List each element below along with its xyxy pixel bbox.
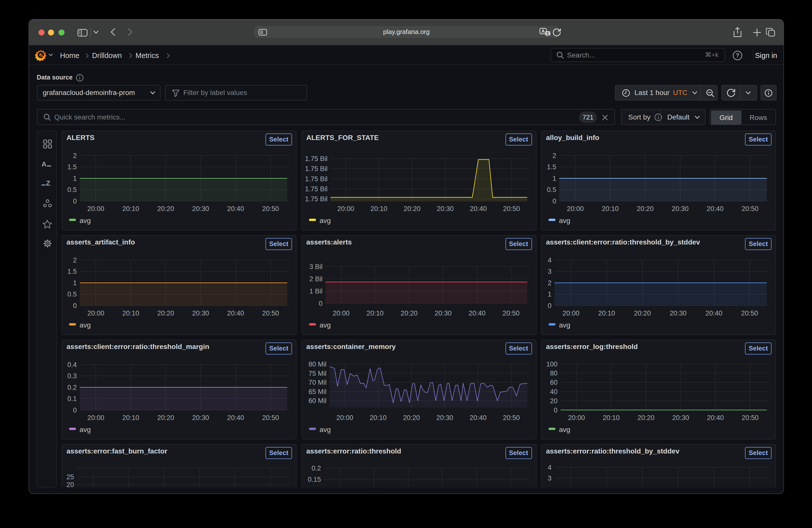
svg-text:1.75 Bil: 1.75 Bil <box>305 195 327 203</box>
svg-text:20:00: 20:00 <box>87 414 104 421</box>
svg-text:3: 3 <box>548 267 551 275</box>
svg-text:2: 2 <box>73 256 77 264</box>
svg-text:20:30: 20:30 <box>435 309 451 317</box>
svg-text:80: 80 <box>550 369 557 377</box>
svg-text:20:10: 20:10 <box>598 309 615 317</box>
svg-text:20:20: 20:20 <box>157 309 174 317</box>
svg-text:20:20: 20:20 <box>403 205 420 212</box>
svg-text:40: 40 <box>550 388 557 395</box>
svg-text:3 Bil: 3 Bil <box>309 263 322 270</box>
svg-text:80 Mil: 80 Mil <box>308 360 326 368</box>
svg-text:20:00: 20:00 <box>568 414 585 421</box>
svg-text:20:00: 20:00 <box>87 205 104 212</box>
svg-text:0.5: 0.5 <box>547 186 556 193</box>
svg-text:20:20: 20:20 <box>638 414 654 421</box>
svg-text:0: 0 <box>73 302 77 309</box>
svg-text:0: 0 <box>552 197 556 205</box>
svg-text:20:20: 20:20 <box>637 205 654 212</box>
svg-text:1: 1 <box>552 175 556 182</box>
svg-text:1.5: 1.5 <box>67 163 77 171</box>
svg-text:avg: avg <box>79 321 91 329</box>
svg-text:0.4: 0.4 <box>67 361 77 368</box>
svg-text:20:50: 20:50 <box>503 205 520 212</box>
svg-text:0.1: 0.1 <box>67 395 77 402</box>
svg-text:65 Mil: 65 Mil <box>308 388 326 395</box>
svg-text:20:50: 20:50 <box>262 205 279 212</box>
svg-text:0: 0 <box>73 197 77 205</box>
svg-text:20:40: 20:40 <box>707 414 724 421</box>
svg-text:1.5: 1.5 <box>67 267 77 275</box>
svg-text:20:30: 20:30 <box>192 414 209 421</box>
svg-text:1.75 Bil: 1.75 Bil <box>305 165 327 172</box>
svg-text:0: 0 <box>73 406 77 414</box>
svg-text:20:10: 20:10 <box>122 414 139 421</box>
svg-text:20:10: 20:10 <box>603 414 620 421</box>
svg-text:20:30: 20:30 <box>192 205 209 212</box>
svg-text:20:50: 20:50 <box>502 309 519 317</box>
svg-text:20:20: 20:20 <box>634 309 651 317</box>
svg-text:1.75 Bil: 1.75 Bil <box>305 185 327 192</box>
svg-text:75 Mil: 75 Mil <box>308 369 326 377</box>
svg-text:20:20: 20:20 <box>157 414 174 421</box>
svg-text:20:00: 20:00 <box>336 414 353 421</box>
svg-text:3: 3 <box>548 474 551 482</box>
svg-text:?: ? <box>736 52 739 59</box>
svg-text:avg: avg <box>79 217 91 224</box>
svg-text:4: 4 <box>548 464 551 471</box>
svg-text:文: 文 <box>546 31 550 35</box>
svg-text:2: 2 <box>73 152 77 159</box>
svg-text:20:40: 20:40 <box>470 205 487 212</box>
svg-text:20:10: 20:10 <box>369 414 387 421</box>
svg-text:20:00: 20:00 <box>333 309 349 317</box>
svg-text:20:10: 20:10 <box>602 205 619 212</box>
svg-text:20:30: 20:30 <box>192 309 209 317</box>
svg-text:0.3: 0.3 <box>67 372 77 380</box>
svg-text:0.2: 0.2 <box>67 383 77 391</box>
svg-text:avg: avg <box>559 321 570 329</box>
svg-text:20:20: 20:20 <box>157 205 174 212</box>
svg-text:1: 1 <box>73 175 77 182</box>
svg-text:25: 25 <box>67 473 74 481</box>
svg-text:20:50: 20:50 <box>741 309 758 317</box>
svg-text:20:40: 20:40 <box>707 205 724 212</box>
svg-text:20:40: 20:40 <box>227 309 244 317</box>
svg-text:avg: avg <box>319 425 331 433</box>
svg-text:0: 0 <box>319 299 322 307</box>
svg-text:avg: avg <box>319 217 331 224</box>
svg-text:20:50: 20:50 <box>262 414 279 421</box>
svg-text:20:40: 20:40 <box>468 309 485 317</box>
svg-text:0.5: 0.5 <box>67 186 77 193</box>
svg-text:avg: avg <box>79 425 91 433</box>
svg-text:0.5: 0.5 <box>67 290 77 298</box>
svg-text:4: 4 <box>548 256 551 264</box>
svg-text:20:00: 20:00 <box>87 309 104 317</box>
svg-text:20:20: 20:20 <box>401 309 418 317</box>
svg-text:1 Bil: 1 Bil <box>309 287 322 295</box>
svg-text:avg: avg <box>319 321 331 329</box>
svg-text:2: 2 <box>548 279 551 287</box>
svg-text:20:00: 20:00 <box>337 205 354 212</box>
svg-text:1: 1 <box>548 290 551 298</box>
svg-text:20:40: 20:40 <box>706 309 723 317</box>
svg-text:0.15: 0.15 <box>307 475 321 483</box>
svg-text:20:10: 20:10 <box>122 309 139 317</box>
svg-text:20:50: 20:50 <box>741 205 758 212</box>
svg-text:A: A <box>541 29 545 34</box>
svg-text:60 Mil: 60 Mil <box>308 397 326 404</box>
svg-text:20:30: 20:30 <box>436 205 453 212</box>
svg-text:20:50: 20:50 <box>262 309 279 317</box>
svg-text:70 Mil: 70 Mil <box>308 379 326 386</box>
svg-text:20:30: 20:30 <box>672 205 689 212</box>
svg-text:20:40: 20:40 <box>469 414 487 421</box>
svg-text:20:10: 20:10 <box>370 205 387 212</box>
svg-text:20:20: 20:20 <box>403 414 420 421</box>
svg-text:60: 60 <box>550 379 557 386</box>
svg-text:1.75 Bil: 1.75 Bil <box>305 175 327 182</box>
svg-text:1: 1 <box>73 279 77 287</box>
svg-text:0: 0 <box>554 406 557 414</box>
svg-text:20:40: 20:40 <box>227 414 244 421</box>
svg-text:20:10: 20:10 <box>366 309 383 317</box>
svg-text:20:40: 20:40 <box>227 205 244 212</box>
svg-text:20:10: 20:10 <box>122 205 139 212</box>
svg-text:100: 100 <box>546 360 557 368</box>
